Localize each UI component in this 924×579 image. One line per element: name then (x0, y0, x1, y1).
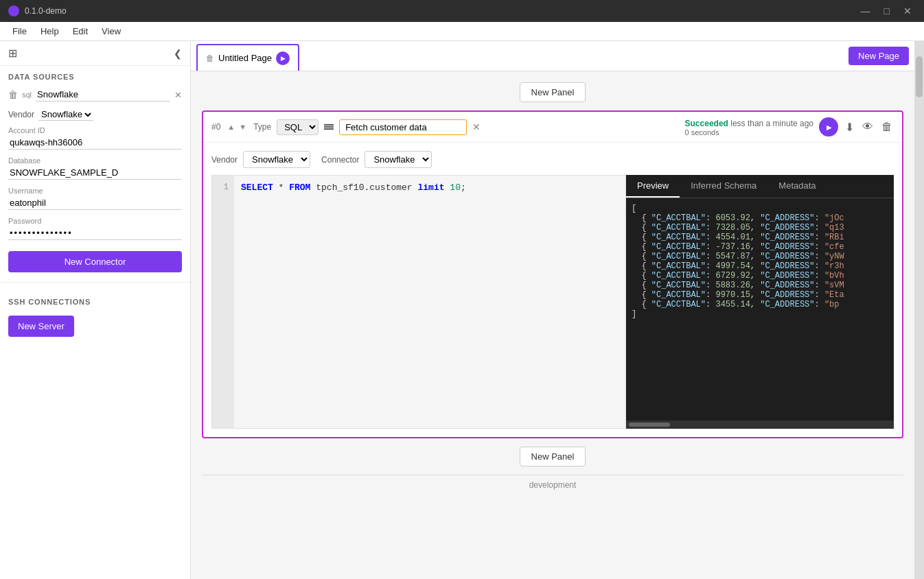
panel-menu-icon[interactable] (324, 124, 334, 130)
close-button[interactable]: ✕ (899, 4, 916, 18)
menu-view[interactable]: View (95, 25, 128, 38)
app-title: 0.1.0-demo (25, 6, 857, 16)
panel-vendor-label: Vendor (211, 155, 238, 165)
tab-untitled-page[interactable]: 🗑 Untitled Page (196, 44, 299, 71)
sidebar-header: ⊞ ❮ (0, 41, 190, 66)
database-input[interactable] (8, 166, 182, 180)
tab-play-button[interactable] (276, 51, 290, 65)
code-content[interactable]: SELECT * FROM tpch_sf10.customer limit 1… (234, 176, 625, 428)
window-controls[interactable]: — □ ✕ (857, 4, 916, 18)
username-input[interactable] (8, 196, 182, 210)
data-sources-section-title: DATA SOURCES (0, 66, 190, 84)
ssh-connections-section: SSH CONNECTIONS New Server (0, 285, 190, 349)
preview-pane: Preview Inferred Schema Metadata [ { "C_… (626, 175, 894, 429)
search-icon[interactable]: ⊞ (8, 47, 17, 60)
menu-bar: File Help Edit View (0, 22, 924, 41)
new-connector-button[interactable]: New Connector (8, 251, 182, 272)
panel-download-button[interactable]: ⬇ (844, 119, 855, 135)
tab-delete-icon[interactable]: 🗑 (206, 54, 214, 63)
status-bar: development (202, 475, 903, 494)
sidebar: ⊞ ❮ DATA SOURCES 🗑 sql ✕ Vendor Snowflak… (0, 41, 191, 579)
vendor-select[interactable]: Snowflake (38, 108, 93, 121)
new-page-button[interactable]: New Page (848, 47, 909, 65)
status-succeeded-text: Succeeded (685, 119, 728, 128)
maximize-button[interactable]: □ (880, 4, 894, 18)
tab-label: Untitled Page (218, 53, 272, 63)
menu-help[interactable]: Help (34, 25, 66, 38)
status-duration-text: 0 seconds (685, 128, 813, 137)
panel-reorder-arrows: ▲ ▼ (226, 123, 248, 131)
datasource-type-tag: sql (22, 91, 32, 99)
panel-number: #0 (211, 122, 220, 132)
panel-down-arrow[interactable]: ▼ (238, 123, 248, 131)
vendor-label: Vendor (8, 110, 34, 119)
account-id-field: Account ID (0, 123, 190, 154)
account-id-label: Account ID (8, 126, 182, 134)
panel-vendor-select[interactable]: Snowflake (243, 151, 310, 168)
sidebar-divider (0, 282, 190, 283)
password-label: Password (8, 217, 182, 225)
panel-visibility-button[interactable]: 👁 (861, 119, 875, 134)
tabs-bar: 🗑 Untitled Page New Page (191, 41, 914, 71)
username-field: Username (0, 184, 190, 214)
panel-up-arrow[interactable]: ▲ (226, 123, 236, 131)
main-layout: ⊞ ❮ DATA SOURCES 🗑 sql ✕ Vendor Snowflak… (0, 41, 924, 579)
new-server-button[interactable]: New Server (8, 316, 74, 337)
new-panel-top-button[interactable]: New Panel (520, 82, 586, 102)
right-scrollbar-thumb (916, 56, 923, 97)
panel-name-close-icon[interactable]: ✕ (472, 121, 481, 132)
collapse-sidebar-button[interactable]: ❮ (174, 48, 182, 59)
close-datasource-button[interactable]: ✕ (174, 90, 182, 100)
type-label: Type (253, 122, 271, 132)
content-scroll: New Panel #0 ▲ ▼ Type SQL (191, 71, 914, 579)
panel-connector-select[interactable]: Snowflake (365, 151, 432, 168)
app-icon (8, 5, 19, 16)
username-label: Username (8, 187, 182, 195)
preview-horizontal-scrollbar[interactable] (626, 421, 894, 429)
database-field: Database (0, 154, 190, 184)
preview-tab-metadata[interactable]: Metadata (767, 175, 827, 198)
environment-label: development (529, 480, 577, 490)
preview-content: [ { "C_ACCTBAL": 6053.92, "C_ADDRESS": "… (626, 198, 894, 421)
content-area: 🗑 Untitled Page New Page New Panel #0 ▲ … (191, 41, 914, 579)
panel-config: Vendor Snowflake Connector Snowflake (211, 151, 894, 175)
editor-preview-area: 1 SELECT * FROM tpch_sf10.customer limit… (211, 175, 894, 429)
account-id-input[interactable] (8, 136, 182, 150)
preview-tab-preview[interactable]: Preview (626, 175, 680, 198)
panel-header-right: Succeeded less than a minute ago 0 secon… (685, 117, 894, 137)
minimize-button[interactable]: — (857, 4, 875, 18)
panel-status: Succeeded less than a minute ago 0 secon… (685, 118, 813, 137)
password-field: Password (0, 214, 190, 244)
preview-tabs: Preview Inferred Schema Metadata (626, 175, 894, 198)
datasource-name-input[interactable] (36, 88, 170, 102)
query-panel: #0 ▲ ▼ Type SQL ✕ (202, 110, 903, 438)
title-bar: 0.1.0-demo — □ ✕ (0, 0, 924, 22)
ssh-connections-title: SSH CONNECTIONS (0, 291, 190, 309)
panel-connector-label: Connector (321, 155, 359, 165)
password-input[interactable] (8, 226, 182, 240)
panel-run-button[interactable] (819, 117, 838, 137)
database-label: Database (8, 156, 182, 165)
menu-file[interactable]: File (5, 25, 34, 38)
data-source-header: 🗑 sql ✕ (0, 84, 190, 106)
new-panel-bottom-button[interactable]: New Panel (520, 447, 586, 466)
vendor-row: Vendor Snowflake (0, 106, 190, 123)
status-time-text: less than a minute ago (730, 119, 813, 128)
panel-body: Vendor Snowflake Connector Snowflake (203, 143, 902, 437)
panel-header: #0 ▲ ▼ Type SQL ✕ (203, 112, 902, 143)
preview-scrollbar-thumb (629, 423, 670, 427)
panel-name-input[interactable] (339, 119, 467, 135)
line-numbers: 1 (212, 176, 234, 428)
right-scrollbar[interactable] (914, 41, 924, 579)
preview-tab-inferred-schema[interactable]: Inferred Schema (680, 175, 767, 198)
panel-delete-button[interactable]: 🗑 (880, 119, 894, 134)
vendor-config-row: Vendor Snowflake (211, 151, 310, 168)
type-select[interactable]: SQL (277, 119, 319, 135)
delete-datasource-button[interactable]: 🗑 (8, 89, 18, 100)
code-editor[interactable]: 1 SELECT * FROM tpch_sf10.customer limit… (211, 175, 626, 429)
menu-edit[interactable]: Edit (66, 25, 95, 38)
connector-config-row: Connector Snowflake (321, 151, 432, 168)
